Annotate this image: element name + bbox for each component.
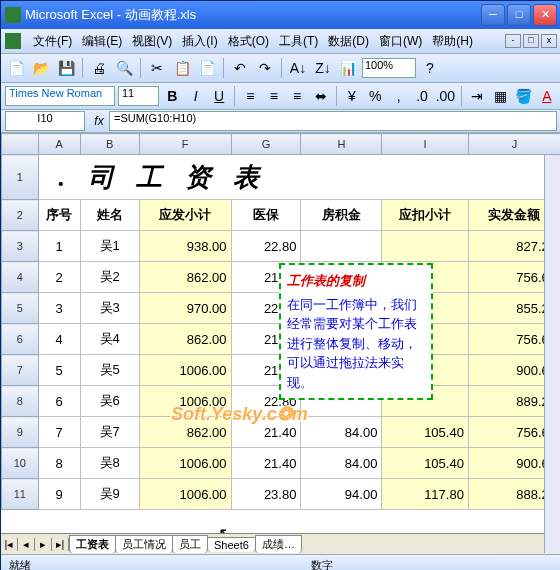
data-cell[interactable]: 吴8 — [80, 448, 139, 479]
save-icon[interactable]: 💾 — [55, 57, 77, 79]
row-header[interactable]: 4 — [2, 262, 39, 293]
inc-decimal-icon[interactable]: .0 — [412, 85, 432, 107]
comma-icon[interactable]: , — [388, 85, 408, 107]
row-header[interactable]: 6 — [2, 324, 39, 355]
formula-input[interactable]: =SUM(G10:H10) — [109, 111, 557, 131]
data-cell[interactable]: 吴9 — [80, 479, 139, 510]
sheet-tab[interactable]: 员工情况 — [115, 535, 173, 553]
header-cell[interactable]: 姓名 — [80, 200, 139, 231]
col-header[interactable]: I — [382, 134, 469, 155]
data-cell[interactable]: 吴4 — [80, 324, 139, 355]
data-cell[interactable]: 1006.00 — [139, 448, 231, 479]
percent-icon[interactable]: % — [365, 85, 385, 107]
undo-icon[interactable]: ↶ — [229, 57, 251, 79]
underline-icon[interactable]: U — [209, 85, 229, 107]
data-cell[interactable]: 862.00 — [139, 417, 231, 448]
data-cell[interactable]: 9 — [38, 479, 80, 510]
font-color-icon[interactable]: A — [537, 85, 557, 107]
data-cell[interactable]: 3 — [38, 293, 80, 324]
row-header[interactable]: 10 — [2, 448, 39, 479]
menu-help[interactable]: 帮助(H) — [428, 31, 477, 52]
sort-desc-icon[interactable]: Z↓ — [312, 57, 334, 79]
chart-icon[interactable]: 📊 — [337, 57, 359, 79]
row-header[interactable]: 11 — [2, 479, 39, 510]
menu-window[interactable]: 窗口(W) — [375, 31, 426, 52]
tab-first-icon[interactable]: |◂ — [1, 538, 18, 551]
new-icon[interactable]: 📄 — [5, 57, 27, 79]
col-header[interactable]: G — [231, 134, 301, 155]
tab-next-icon[interactable]: ▸ — [35, 538, 52, 551]
redo-icon[interactable]: ↷ — [254, 57, 276, 79]
vertical-scrollbar[interactable] — [544, 155, 560, 553]
sheet-tab[interactable]: 员工 — [172, 535, 208, 553]
data-cell[interactable]: 1006.00 — [139, 386, 231, 417]
tab-last-icon[interactable]: ▸| — [52, 538, 69, 551]
data-cell[interactable]: 6 — [38, 386, 80, 417]
data-cell[interactable]: 938.00 — [139, 231, 231, 262]
col-header[interactable]: J — [468, 134, 560, 155]
menu-edit[interactable]: 编辑(E) — [78, 31, 126, 52]
header-cell[interactable]: 房积金 — [301, 200, 382, 231]
tab-prev-icon[interactable]: ◂ — [18, 538, 35, 551]
data-cell[interactable]: 21.40 — [231, 417, 301, 448]
data-cell[interactable]: 7 — [38, 417, 80, 448]
data-cell[interactable]: 吴3 — [80, 293, 139, 324]
col-header[interactable]: F — [139, 134, 231, 155]
data-cell[interactable]: 23.80 — [231, 479, 301, 510]
row-header[interactable]: 1 — [2, 155, 39, 200]
data-cell[interactable]: 吴7 — [80, 417, 139, 448]
dec-decimal-icon[interactable]: .00 — [435, 85, 455, 107]
data-cell[interactable]: 吴6 — [80, 386, 139, 417]
data-cell[interactable]: 862.00 — [139, 324, 231, 355]
data-cell[interactable]: 84.00 — [301, 448, 382, 479]
row-header[interactable]: 8 — [2, 386, 39, 417]
menu-file[interactable]: 文件(F) — [29, 31, 76, 52]
data-cell[interactable]: 970.00 — [139, 293, 231, 324]
borders-icon[interactable]: ▦ — [490, 85, 510, 107]
data-cell[interactable]: 2 — [38, 262, 80, 293]
data-cell[interactable]: 84.00 — [301, 417, 382, 448]
sort-asc-icon[interactable]: A↓ — [287, 57, 309, 79]
indent-icon[interactable]: ⇥ — [466, 85, 486, 107]
row-header[interactable]: 3 — [2, 231, 39, 262]
minimize-button[interactable]: ─ — [481, 4, 505, 26]
header-cell[interactable]: 序号 — [38, 200, 80, 231]
data-cell[interactable]: 5 — [38, 355, 80, 386]
data-cell[interactable]: 21.40 — [231, 448, 301, 479]
data-cell[interactable]: 8 — [38, 448, 80, 479]
sheet-tab[interactable]: 工资表 — [69, 535, 116, 553]
font-name-combo[interactable]: Times New Roman — [5, 86, 115, 106]
col-header[interactable]: H — [301, 134, 382, 155]
menu-insert[interactable]: 插入(I) — [178, 31, 221, 52]
fx-icon[interactable]: fx — [89, 114, 109, 128]
merge-icon[interactable]: ⬌ — [310, 85, 330, 107]
open-icon[interactable]: 📂 — [30, 57, 52, 79]
data-cell[interactable]: 1006.00 — [139, 355, 231, 386]
data-cell[interactable]: 1 — [38, 231, 80, 262]
data-cell[interactable]: 105.40 — [382, 417, 469, 448]
row-header[interactable]: 5 — [2, 293, 39, 324]
col-header[interactable]: B — [80, 134, 139, 155]
fill-color-icon[interactable]: 🪣 — [513, 85, 533, 107]
data-cell[interactable]: 吴5 — [80, 355, 139, 386]
titlebar[interactable]: Microsoft Excel - 动画教程.xls ─ □ ✕ — [1, 1, 560, 29]
data-cell[interactable]: 94.00 — [301, 479, 382, 510]
doc-minimize-button[interactable]: - — [505, 34, 521, 48]
data-cell[interactable]: 吴1 — [80, 231, 139, 262]
menu-format[interactable]: 格式(O) — [224, 31, 273, 52]
align-left-icon[interactable]: ≡ — [240, 85, 260, 107]
header-cell[interactable]: 医保 — [231, 200, 301, 231]
data-cell[interactable]: 117.80 — [382, 479, 469, 510]
menu-view[interactable]: 视图(V) — [128, 31, 176, 52]
header-cell[interactable]: 应发小计 — [139, 200, 231, 231]
font-size-combo[interactable]: 11 — [118, 86, 159, 106]
bold-icon[interactable]: B — [162, 85, 182, 107]
help-icon[interactable]: ? — [419, 57, 441, 79]
data-cell[interactable]: 1006.00 — [139, 479, 231, 510]
header-cell[interactable]: 应扣小计 — [382, 200, 469, 231]
currency-icon[interactable]: ¥ — [342, 85, 362, 107]
spreadsheet-grid[interactable]: ABFGHIJ1. 司 工 资 表2序号姓名应发小计医保房积金应扣小计实发金额3… — [1, 133, 560, 533]
align-right-icon[interactable]: ≡ — [287, 85, 307, 107]
name-box[interactable]: I10 — [5, 111, 85, 131]
data-cell[interactable]: 105.40 — [382, 448, 469, 479]
